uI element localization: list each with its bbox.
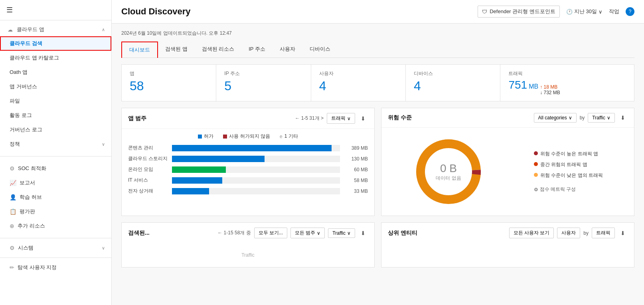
- bottom-left-download-icon: ⬇: [361, 230, 365, 236]
- sidebar-item-policy-label: 정책: [10, 141, 20, 148]
- legend-allowed-color: [198, 135, 202, 139]
- traffic-right-button[interactable]: 트래픽: [592, 228, 615, 238]
- risk-controls: All categories ∨ by Traffic ∨ ⬇: [534, 113, 628, 123]
- legend-row: 허가 사용 허가되지 않음 e 1 기타: [122, 129, 374, 141]
- traffic-bottom-button[interactable]: Traffic ∨: [328, 228, 355, 238]
- sidebar-item-file[interactable]: 파일: [0, 94, 111, 108]
- risk-level-card: 위험 수준 All categories ∨ by Traffic ∨ ⬇: [381, 108, 634, 216]
- bar-track-0: [172, 145, 340, 151]
- update-bar: 2024년 6월 10일에 업데이트되었습니다. 오후 12:47: [121, 30, 634, 37]
- category-bottom-button[interactable]: 모든 범주 ∨: [290, 228, 325, 238]
- cloud-icon: ☁: [6, 26, 14, 33]
- show-all-button[interactable]: 모두 보기...: [254, 228, 287, 238]
- bottom-left-controls: ← 1-15 58개 중 모두 보기... 모든 범주 ∨ Traffic ∨: [217, 228, 368, 238]
- sidebar-divider-2: [0, 238, 111, 238]
- medium-risk-dot: [534, 162, 538, 166]
- download-icon: ⬇: [361, 115, 365, 122]
- user-filter-button[interactable]: 사용자: [557, 228, 580, 238]
- sidebar-item-cloud-search[interactable]: 클라우드 검색: [0, 36, 111, 51]
- app-category-title: 앱 범주: [128, 115, 146, 122]
- learning-icon: 👤: [10, 194, 16, 200]
- defender-button[interactable]: 🛡 Defender 관리형 엔드포인트: [478, 6, 560, 18]
- bottom-left-download[interactable]: ⬇: [358, 229, 368, 237]
- action-button[interactable]: 작업: [609, 8, 619, 15]
- category-filter-button[interactable]: All categories ∨: [534, 113, 577, 123]
- sidebar: ☰ ☁ 클라우드 앱 ∧ 클라우드 검색 클라우드 앱 카탈로그 Oath 앱 …: [0, 0, 112, 305]
- bar-value-4: 33 MB: [340, 188, 368, 194]
- legend-low: 위험 수준이 낮은 앱의 트래픽: [534, 172, 603, 179]
- bottom-right-download[interactable]: ⬇: [618, 229, 628, 237]
- sidebar-item-policy[interactable]: 정책 ∨: [0, 137, 111, 151]
- risk-header: 위험 수준 All categories ∨ by Traffic ∨ ⬇: [381, 108, 634, 128]
- config-label: 점수 메트릭 구성: [540, 186, 576, 193]
- sidebar-item-custom-user-label: 탐색 사용자 지정: [18, 264, 57, 271]
- traffic-risk-button[interactable]: Traffic ∨: [588, 113, 615, 123]
- tab-device[interactable]: 디바이스: [302, 42, 338, 57]
- tabs: 대시보드 검색된 앱 검색된 리소스 IP 주소 사용자 디바이스: [121, 42, 634, 58]
- sidebar-divider-3: [0, 257, 111, 258]
- legend-disallowed-label: 사용 허가되지 않음: [229, 133, 270, 140]
- sidebar-item-learning-label: 학습 허브: [20, 194, 42, 201]
- date-filter-button[interactable]: 🕐 지난 30일 ∨: [566, 8, 603, 15]
- sidebar-item-soc[interactable]: ⚙ SOC 최적화: [0, 161, 111, 176]
- high-risk-dot: [534, 151, 538, 155]
- sidebar-item-governance-log[interactable]: 거버넌스 로그: [0, 123, 111, 137]
- stat-ip-label: IP 주소: [224, 70, 302, 77]
- traffic-filter-label: 트래픽: [331, 115, 346, 122]
- chevron-traffic-bottom: ∨: [347, 230, 351, 236]
- hamburger-menu[interactable]: ☰: [0, 0, 111, 20]
- bar-chart: 콘텐츠 관리 389 MB 클라우드 스토리지 130 MB: [122, 141, 374, 203]
- chevron-category-bottom: ∨: [317, 230, 320, 236]
- config-link[interactable]: ⚙ 점수 메트릭 구성: [534, 186, 603, 193]
- content-area: 2024년 6월 10일에 업데이트되었습니다. 오후 12:47 대시보드 검…: [112, 24, 644, 305]
- extra-icon: ⊕: [10, 223, 14, 229]
- stat-traffic-unit: MB: [529, 83, 538, 90]
- sidebar-item-activity-log[interactable]: 활동 로그: [0, 108, 111, 123]
- sidebar-item-oauth-app[interactable]: Oath 앱: [0, 65, 111, 79]
- sidebar-item-evaluation[interactable]: 📋 평가판: [0, 204, 111, 219]
- sidebar-cloud-app-group[interactable]: ☁ 클라우드 앱 ∧: [0, 23, 111, 36]
- sidebar-item-activity-log-label: 활동 로그: [10, 112, 32, 119]
- traffic-detail: ↑ 18 MB ↓ 732 MB: [540, 84, 560, 95]
- sidebar-item-soc-label: SOC 최적화: [18, 165, 46, 172]
- show-all-users-button[interactable]: 모든 사용자 보기: [509, 228, 554, 238]
- bar-value-3: 58 MB: [340, 178, 368, 183]
- bar-fill-0: [172, 145, 332, 151]
- stat-user-label: 사용자: [319, 70, 397, 77]
- help-icon: ?: [629, 9, 632, 14]
- sidebar-item-learning[interactable]: 👤 학습 허브: [0, 190, 111, 204]
- sidebar-other-section: ⚙ SOC 최적화 📈 보고서 👤 학습 허브 📋 평가판 ⊕ 추가 리소스: [0, 159, 111, 236]
- tab-ip-address[interactable]: IP 주소: [241, 42, 273, 57]
- help-button[interactable]: ?: [626, 7, 634, 16]
- sidebar-item-cloud-search-label: 클라우드 검색: [10, 40, 42, 47]
- tab-discovered-resources[interactable]: 검색된 리소스: [195, 42, 242, 57]
- stat-app: 앱 58: [122, 65, 216, 101]
- defender-icon: 🛡: [482, 9, 487, 15]
- sidebar-item-extra[interactable]: ⊕ 추가 리소스: [0, 219, 111, 233]
- sidebar-item-system[interactable]: ⚙ 시스템 ∨: [0, 241, 111, 255]
- donut-chart: 0 B 데이터 없음: [413, 136, 484, 208]
- download-button[interactable]: ⬇: [358, 115, 368, 123]
- tab-dashboard[interactable]: 대시보드: [121, 42, 158, 58]
- sidebar-item-report[interactable]: 📈 보고서: [0, 176, 111, 190]
- risk-download-button[interactable]: ⬇: [618, 114, 628, 122]
- sidebar-item-app-governance[interactable]: 앱 거버넌스: [0, 79, 111, 94]
- cards-row: 앱 범주 ← 1-5 31개 > 트래픽 ∨ ⬇: [121, 108, 634, 216]
- category-filter-label: All categories: [538, 115, 567, 121]
- bar-fill-1: [172, 156, 265, 162]
- bar-row-4: 전자 상거래 33 MB: [128, 188, 368, 194]
- bar-fill-2: [172, 166, 226, 173]
- show-all-label: 모두 보기...: [259, 230, 283, 236]
- tab-discovered-apps[interactable]: 검색된 앱: [158, 42, 195, 57]
- sidebar-item-custom-user[interactable]: ✏ 탐색 사용자 지정: [0, 260, 111, 275]
- legend-disallowed-color: [223, 135, 227, 139]
- bottom-right-header: 상위 엔티티 모든 사용자 보기 사용자 by 트래픽 ⬇: [381, 223, 634, 243]
- main-content: Cloud Discovery 🛡 Defender 관리형 엔드포인트 🕐 지…: [112, 0, 644, 305]
- traffic-filter-button[interactable]: 트래픽 ∨: [327, 113, 355, 124]
- bottom-row: 검색된... ← 1-15 58개 중 모두 보기... 모든 범주 ∨ Tra…: [121, 222, 634, 267]
- bottom-left-card: 검색된... ← 1-15 58개 중 모두 보기... 모든 범주 ∨ Tra…: [121, 222, 375, 267]
- bottom-right-download-icon: ⬇: [620, 230, 625, 236]
- bottom-right-controls: 모든 사용자 보기 사용자 by 트래픽 ⬇: [509, 228, 628, 238]
- sidebar-item-cloud-catalog[interactable]: 클라우드 앱 카탈로그: [0, 51, 111, 65]
- tab-user[interactable]: 사용자: [273, 42, 302, 57]
